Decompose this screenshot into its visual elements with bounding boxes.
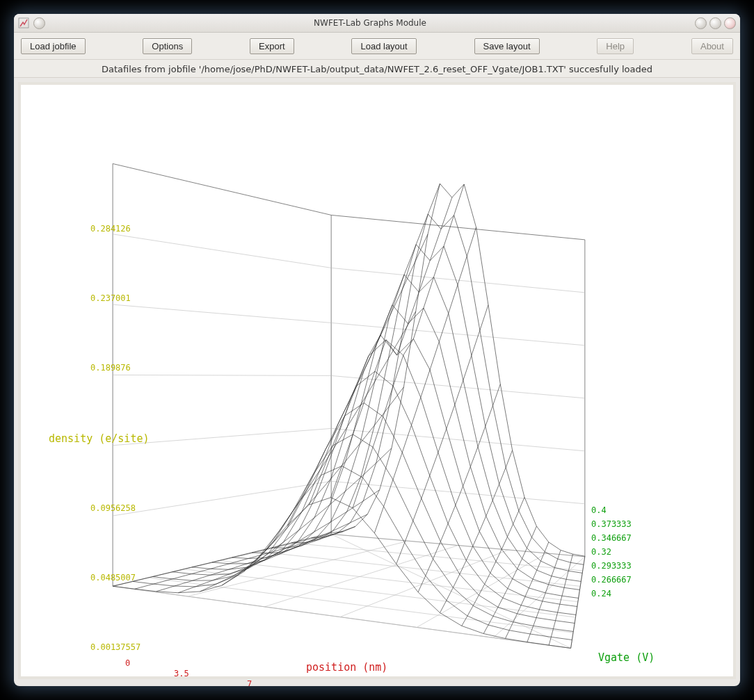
maximize-icon[interactable] xyxy=(709,17,721,29)
status-message: Datafiles from jobfile '/home/jose/PhD/N… xyxy=(14,60,740,78)
z-tick-6: 0.284126 xyxy=(90,224,131,234)
load-layout-button[interactable]: Load layout xyxy=(351,38,416,54)
toolbar: Load jobfile Options Export Load layout … xyxy=(14,33,740,60)
window-menu-icon[interactable] xyxy=(33,17,45,29)
close-icon[interactable] xyxy=(724,17,736,29)
y-tick-0: 0.24 xyxy=(591,589,611,599)
load-jobfile-button[interactable]: Load jobfile xyxy=(21,38,86,54)
svg-line-4 xyxy=(331,215,585,239)
svg-line-11 xyxy=(113,234,331,268)
svg-line-7 xyxy=(113,481,331,516)
svg-line-19 xyxy=(150,578,573,633)
y-tick-2: 0.293333 xyxy=(591,561,632,571)
about-button[interactable]: About xyxy=(691,38,733,54)
export-button[interactable]: Export xyxy=(250,38,294,54)
x-axis-label: position (nm) xyxy=(306,661,387,674)
x-tick-1: 3.5 xyxy=(174,669,189,678)
y-tick-4: 0.346667 xyxy=(591,533,632,543)
y-axis-label: Vgate (V) xyxy=(598,651,655,664)
titlebar: NWFET-Lab Graphs Module xyxy=(14,14,740,33)
svg-line-26 xyxy=(265,546,458,607)
y-tick-3: 0.32 xyxy=(591,547,611,557)
surface-plot xyxy=(21,85,733,676)
minimize-icon[interactable] xyxy=(695,17,707,29)
app-window: NWFET-Lab Graphs Module Load jobfile Opt… xyxy=(14,14,740,686)
z-tick-4: 0.189876 xyxy=(90,363,131,373)
x-tick-2: 7 xyxy=(247,679,252,686)
app-icon xyxy=(18,17,29,29)
svg-line-13 xyxy=(331,481,585,503)
z-tick-1: 0.0485007 xyxy=(90,573,136,583)
svg-line-3 xyxy=(113,163,331,215)
z-axis-label: density (e/site) xyxy=(49,432,150,445)
save-layout-button[interactable]: Save layout xyxy=(474,38,540,54)
svg-line-9 xyxy=(113,375,331,375)
plot-area[interactable]: 0.284126 0.237001 0.189876 0.142751 0.09… xyxy=(21,85,733,676)
svg-line-17 xyxy=(331,268,585,292)
svg-line-18 xyxy=(113,586,571,648)
svg-line-16 xyxy=(331,323,585,345)
svg-line-20 xyxy=(186,569,575,617)
z-tick-0: 0.00137557 xyxy=(90,642,141,652)
options-button[interactable]: Options xyxy=(143,38,192,54)
y-tick-6: 0.4 xyxy=(591,505,607,515)
z-tick-5: 0.237001 xyxy=(90,293,131,303)
z-tick-2: 0.0956258 xyxy=(90,503,136,513)
x-tick-0: 0 xyxy=(125,658,130,668)
svg-line-25 xyxy=(189,541,408,596)
y-tick-1: 0.266667 xyxy=(591,575,632,585)
plot-frame: 0.284126 0.237001 0.189876 0.142751 0.09… xyxy=(18,82,736,679)
svg-line-10 xyxy=(113,304,331,323)
window-title: NWFET-Lab Graphs Module xyxy=(45,18,695,28)
y-tick-5: 0.373333 xyxy=(591,519,632,529)
help-button[interactable]: Help xyxy=(597,38,634,54)
